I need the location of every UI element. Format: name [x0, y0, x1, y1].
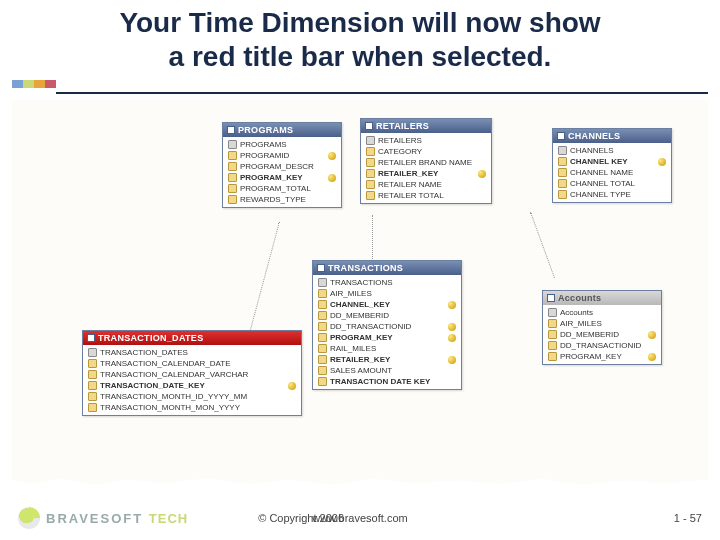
- column-item[interactable]: SALES AMOUNT: [316, 365, 458, 376]
- table-header[interactable]: TRANSACTIONS: [313, 261, 461, 275]
- column-item[interactable]: CHANNEL KEY: [556, 156, 668, 167]
- column-label: AIR_MILES: [560, 319, 602, 328]
- key-icon: [648, 353, 656, 361]
- column-item[interactable]: REWARDS_TYPE: [226, 194, 338, 205]
- column-label: TRANSACTION_MONTH_MON_YYYY: [100, 403, 240, 412]
- column-label: PROGRAM_KEY: [240, 173, 303, 182]
- column-item[interactable]: TRANSACTION_DATE_KEY: [86, 380, 298, 391]
- column-label: TRANSACTION_MONTH_ID_YYYY_MM: [100, 392, 247, 401]
- table-header[interactable]: CHANNELS: [553, 129, 671, 143]
- column-item[interactable]: RETAILER NAME: [364, 179, 488, 190]
- column-item[interactable]: AIR_MILES: [316, 288, 458, 299]
- column-item[interactable]: CHANNEL NAME: [556, 167, 668, 178]
- connector-line: [372, 215, 373, 265]
- column-label: CHANNEL KEY: [570, 157, 628, 166]
- column-item[interactable]: PROGRAM_TOTAL: [226, 183, 338, 194]
- table-icon: [227, 126, 235, 134]
- column-item[interactable]: CATEGORY: [364, 146, 488, 157]
- column-icon: [318, 322, 327, 331]
- column-label: PROGRAM_TOTAL: [240, 184, 311, 193]
- column-icon: [366, 191, 375, 200]
- column-item[interactable]: DD_MEMBERID: [316, 310, 458, 321]
- table-header[interactable]: Accounts: [543, 291, 661, 305]
- column-item[interactable]: AIR_MILES: [546, 318, 658, 329]
- column-label: SALES AMOUNT: [330, 366, 392, 375]
- column-list: PROGRAMSPROGRAMIDPROGRAM_DESCRPROGRAM_KE…: [223, 137, 341, 207]
- table-title: CHANNELS: [568, 131, 620, 141]
- column-item[interactable]: TRANSACTION_DATES: [86, 347, 298, 358]
- column-label: TRANSACTION DATE KEY: [330, 377, 430, 386]
- column-label: PROGRAMID: [240, 151, 289, 160]
- table-icon: [557, 132, 565, 140]
- column-label: PROGRAMS: [240, 140, 287, 149]
- column-label: RETAILER BRAND NAME: [378, 158, 472, 167]
- column-item[interactable]: PROGRAMS: [226, 139, 338, 150]
- table-icon: [87, 334, 95, 342]
- column-label: RETAILER_KEY: [330, 355, 390, 364]
- column-item[interactable]: TRANSACTION_CALENDAR_DATE: [86, 358, 298, 369]
- column-icon: [366, 169, 375, 178]
- column-label: RAIL_MILES: [330, 344, 376, 353]
- column-label: CHANNEL_KEY: [330, 300, 390, 309]
- column-label: CHANNEL TOTAL: [570, 179, 635, 188]
- column-item[interactable]: PROGRAM_KEY: [226, 172, 338, 183]
- brand-name: BRAVESOFT: [46, 511, 143, 526]
- column-item[interactable]: RAIL_MILES: [316, 343, 458, 354]
- column-item[interactable]: DD_TRANSACTIONID: [316, 321, 458, 332]
- key-icon: [288, 382, 296, 390]
- column-item[interactable]: RETAILER_KEY: [316, 354, 458, 365]
- table-header[interactable]: RETAILERS: [361, 119, 491, 133]
- table-header[interactable]: PROGRAMS: [223, 123, 341, 137]
- column-item[interactable]: CHANNEL_KEY: [316, 299, 458, 310]
- swirl-icon: [18, 507, 40, 529]
- column-list: TRANSACTIONSAIR_MILESCHANNEL_KEYDD_MEMBE…: [313, 275, 461, 389]
- table-row-icon: [88, 348, 97, 357]
- column-label: DD_TRANSACTIONID: [330, 322, 411, 331]
- key-icon: [328, 152, 336, 160]
- table-icon: [547, 294, 555, 302]
- column-item[interactable]: PROGRAM_DESCR: [226, 161, 338, 172]
- column-item[interactable]: PROGRAMID: [226, 150, 338, 161]
- table-accounts[interactable]: Accounts AccountsAIR_MILESDD_MEMBERIDDD_…: [542, 290, 662, 365]
- brand-logo: BRAVESOFT TECH: [18, 507, 188, 529]
- column-icon: [548, 330, 557, 339]
- column-item[interactable]: PROGRAM_KEY: [546, 351, 658, 362]
- column-icon: [318, 355, 327, 364]
- diagram-canvas: PROGRAMS PROGRAMSPROGRAMIDPROGRAM_DESCRP…: [12, 100, 708, 490]
- column-icon: [88, 370, 97, 379]
- column-icon: [318, 300, 327, 309]
- column-label: AIR_MILES: [330, 289, 372, 298]
- table-icon: [365, 122, 373, 130]
- column-item[interactable]: TRANSACTION_MONTH_MON_YYYY: [86, 402, 298, 413]
- column-item[interactable]: DD_MEMBERID: [546, 329, 658, 340]
- table-row-icon: [318, 278, 327, 287]
- column-list: RETAILERSCATEGORYRETAILER BRAND NAMERETA…: [361, 133, 491, 203]
- torn-edge: [12, 476, 708, 490]
- table-transaction-dates[interactable]: TRANSACTION_DATES TRANSACTION_DATESTRANS…: [82, 330, 302, 416]
- column-item[interactable]: DD_TRANSACTIONID: [546, 340, 658, 351]
- column-icon: [88, 359, 97, 368]
- column-item[interactable]: RETAILERS: [364, 135, 488, 146]
- column-item[interactable]: RETAILER TOTAL: [364, 190, 488, 201]
- column-item[interactable]: TRANSACTION DATE KEY: [316, 376, 458, 387]
- column-item[interactable]: Accounts: [546, 307, 658, 318]
- column-item[interactable]: RETAILER_KEY: [364, 168, 488, 179]
- column-item[interactable]: CHANNEL TYPE: [556, 189, 668, 200]
- table-retailers[interactable]: RETAILERS RETAILERSCATEGORYRETAILER BRAN…: [360, 118, 492, 204]
- column-item[interactable]: RETAILER BRAND NAME: [364, 157, 488, 168]
- column-icon: [548, 341, 557, 350]
- key-icon: [658, 158, 666, 166]
- column-item[interactable]: PROGRAM_KEY: [316, 332, 458, 343]
- column-item[interactable]: TRANSACTION_MONTH_ID_YYYY_MM: [86, 391, 298, 402]
- column-item[interactable]: CHANNELS: [556, 145, 668, 156]
- table-header-selected[interactable]: TRANSACTION_DATES: [83, 331, 301, 345]
- table-transactions[interactable]: TRANSACTIONS TRANSACTIONSAIR_MILESCHANNE…: [312, 260, 462, 390]
- column-item[interactable]: TRANSACTION_CALENDAR_VARCHAR: [86, 369, 298, 380]
- column-label: RETAILER TOTAL: [378, 191, 444, 200]
- column-item[interactable]: TRANSACTIONS: [316, 277, 458, 288]
- table-channels[interactable]: CHANNELS CHANNELSCHANNEL KEYCHANNEL NAME…: [552, 128, 672, 203]
- table-icon: [317, 264, 325, 272]
- column-item[interactable]: CHANNEL TOTAL: [556, 178, 668, 189]
- table-programs[interactable]: PROGRAMS PROGRAMSPROGRAMIDPROGRAM_DESCRP…: [222, 122, 342, 208]
- key-icon: [478, 170, 486, 178]
